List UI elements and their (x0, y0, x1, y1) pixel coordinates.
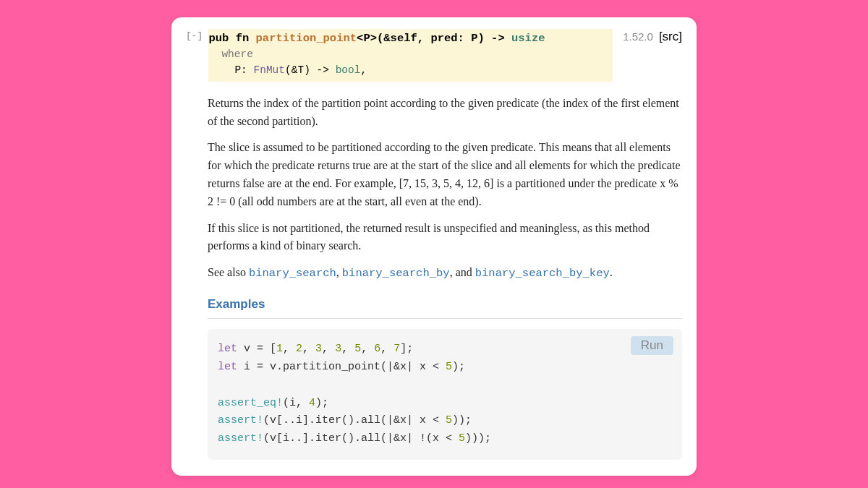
number-literal: 5 (446, 414, 452, 427)
signature-where: where (208, 47, 610, 63)
macro-assert-eq: assert_eq! (218, 397, 283, 409)
number-literal: 5 (354, 343, 361, 355)
doc-paragraph-2: The slice is assumed to be partitioned a… (208, 139, 682, 210)
keyword-fn: fn (236, 32, 250, 45)
code-text: ); (452, 361, 465, 373)
link-binary-search-by[interactable]: binary_search_by (342, 267, 450, 280)
fn-name[interactable]: partition_point (256, 32, 357, 45)
code-text: , (361, 343, 374, 355)
examples-header[interactable]: Examples (208, 295, 682, 319)
signature-row: [-] pub fn partition_point<P>(&self, pre… (186, 29, 682, 82)
code-text: ]; (400, 343, 413, 355)
code-text: i = v.partition_point(|&x| x < (237, 361, 446, 373)
code-text: , (283, 343, 296, 355)
macro-assert: assert! (218, 414, 263, 427)
doc-card: [-] pub fn partition_point<P>(&self, pre… (171, 17, 697, 476)
signature-line-1: pub fn partition_point<P>(&self, pred: P… (208, 30, 610, 47)
number-literal: 5 (459, 432, 465, 445)
code-text: , (322, 343, 335, 355)
see-also-text: See also (208, 266, 249, 278)
number-literal: 6 (374, 343, 380, 355)
code-text: (v[..i].iter().all(|&x| x < (263, 414, 446, 427)
separator: , (336, 266, 342, 278)
keyword-where: where (221, 48, 253, 60)
code-text: (i, (283, 397, 309, 409)
keyword-pub: pub (208, 32, 229, 45)
since-version: 1.52.0 (623, 29, 653, 43)
code-line-1: let v = [1, 2, 3, 3, 5, 6, 7]; (218, 341, 672, 359)
fn-params: (&self, pred: P) -> (377, 32, 511, 45)
code-text: ); (315, 397, 328, 409)
signature-block: pub fn partition_point<P>(&self, pred: P… (208, 29, 613, 82)
src-link[interactable]: [src] (659, 29, 682, 44)
kw-let: let (218, 343, 237, 355)
where-param: P: (234, 64, 253, 76)
code-text: v = [ (237, 343, 276, 355)
signature-where-clause: P: FnMut(&T) -> bool, (208, 63, 610, 79)
number-literal: 1 (276, 343, 283, 355)
doc-paragraph-3: If this slice is not partitioned, the re… (208, 220, 682, 256)
code-line-4: assert!(v[..i].iter().all(|&x| x < 5)); (218, 412, 672, 430)
code-text: (v[i..].iter().all(|&x| !(x < (263, 432, 459, 445)
separator: , and (450, 266, 475, 278)
run-button[interactable]: Run (631, 336, 673, 355)
number-literal: 3 (315, 343, 322, 355)
link-binary-search[interactable]: binary_search (249, 267, 336, 280)
trait-fnmut[interactable]: FnMut (254, 64, 286, 76)
type-bool[interactable]: bool (336, 64, 361, 76)
code-line-2: let i = v.partition_point(|&x| x < 5); (218, 359, 672, 377)
generic-params: <P> (357, 32, 377, 45)
code-text: ))); (465, 432, 491, 445)
link-binary-search-by-key[interactable]: binary_search_by_key (475, 267, 610, 280)
period: . (610, 266, 613, 278)
code-text: , (302, 343, 315, 355)
code-line-5: assert!(v[i..].iter().all(|&x| !(x < 5))… (218, 430, 672, 448)
macro-assert: assert! (218, 432, 263, 445)
number-literal: 5 (446, 361, 452, 373)
docblock: Returns the index of the partition point… (186, 82, 682, 460)
number-literal: 3 (335, 343, 341, 355)
blank-line (218, 377, 672, 395)
collapse-toggle[interactable]: [-] (186, 30, 203, 41)
kw-let: let (218, 361, 237, 373)
doc-paragraph-1: Returns the index of the partition point… (208, 95, 682, 131)
code-line-3: assert_eq!(i, 4); (218, 395, 672, 413)
code-text: , (380, 343, 393, 355)
return-type[interactable]: usize (511, 32, 545, 45)
number-literal: 2 (296, 343, 302, 355)
where-sig: (&T) -> (285, 64, 336, 76)
where-comma: , (360, 64, 367, 76)
number-literal: 7 (393, 343, 400, 355)
doc-paragraph-see-also: See also binary_search, binary_search_by… (208, 264, 682, 282)
code-text: , (341, 343, 354, 355)
number-literal: 4 (309, 397, 315, 409)
code-example: Run let v = [1, 2, 3, 3, 5, 6, 7]; let i… (208, 329, 682, 460)
code-text: )); (452, 414, 472, 427)
